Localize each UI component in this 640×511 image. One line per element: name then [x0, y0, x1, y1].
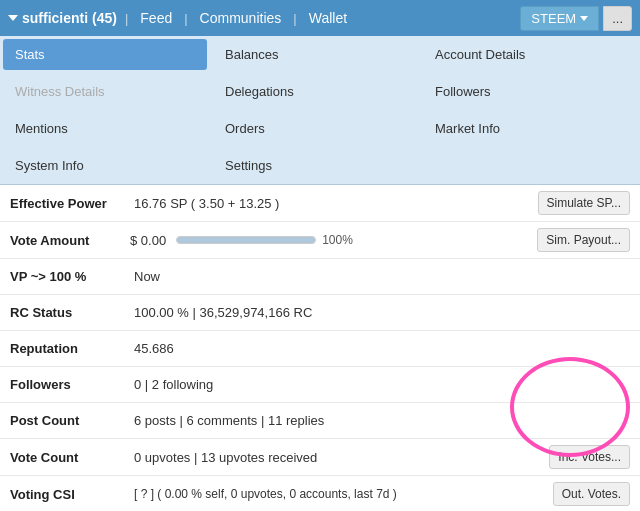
menu-item-system-info[interactable]: System Info — [0, 147, 210, 184]
out-votes-button[interactable]: Out. Votes. — [553, 482, 630, 506]
inc-votes-button[interactable]: Inc. Votes... — [549, 445, 630, 469]
stat-row-reputation: Reputation 45.686 — [0, 331, 640, 367]
stat-label-reputation: Reputation — [0, 341, 130, 356]
top-nav: sufficienti (45) | Feed | Communities | … — [0, 0, 640, 36]
stat-label-vp: VP ~> 100 % — [0, 269, 130, 284]
nav-brand-label: sufficienti (45) — [22, 10, 117, 26]
nav-brand: sufficienti (45) — [8, 10, 117, 26]
menu-item-delegations[interactable]: Delegations — [210, 73, 420, 110]
nav-link-wallet[interactable]: Wallet — [305, 10, 351, 26]
stat-label-voting-csi: Voting CSI — [0, 487, 130, 502]
vote-progress-bar — [176, 236, 316, 244]
simulate-sp-button[interactable]: Simulate SP... — [538, 191, 630, 215]
stat-value-vote-count: 0 upvotes | 13 upvotes received — [130, 450, 549, 465]
stats-wrapper: Effective Power 16.76 SP ( 3.50 + 13.25 … — [0, 185, 640, 511]
stat-row-voting-csi: Voting CSI [ ? ] ( 0.00 % self, 0 upvote… — [0, 476, 640, 511]
stat-value-vp: Now — [130, 269, 640, 284]
stat-value-post-count: 6 posts | 6 comments | 11 replies — [130, 413, 640, 428]
menu-item-mentions[interactable]: Mentions — [0, 110, 210, 147]
nav-link-feed[interactable]: Feed — [136, 10, 176, 26]
stat-label-rc-status: RC Status — [0, 305, 130, 320]
steem-label: STEEM — [531, 11, 576, 26]
stat-label-followers: Followers — [0, 377, 130, 392]
stat-label-effective-power: Effective Power — [0, 196, 130, 211]
stat-row-vote-amount: Vote Amount $ 0.00 100% Sim. Payout... — [0, 222, 640, 259]
vote-progress-fill — [177, 237, 315, 243]
sim-payout-button[interactable]: Sim. Payout... — [537, 228, 630, 252]
vote-amount-value: $ 0.00 — [130, 233, 166, 248]
stat-row-rc-status: RC Status 100.00 % | 36,529,974,166 RC — [0, 295, 640, 331]
nav-separator-3: | — [293, 11, 296, 26]
stat-action-vote-count: Inc. Votes... — [549, 445, 630, 469]
stat-action-voting-csi: Out. Votes. — [553, 482, 630, 506]
menu-item-orders[interactable]: Orders — [210, 110, 420, 147]
menu-grid: Stats Balances Account Details Witness D… — [0, 36, 640, 185]
stat-value-effective-power: 16.76 SP ( 3.50 + 13.25 ) — [130, 196, 538, 211]
menu-item-market-info[interactable]: Market Info — [420, 110, 640, 147]
stat-row-effective-power: Effective Power 16.76 SP ( 3.50 + 13.25 … — [0, 185, 640, 222]
stat-row-vp: VP ~> 100 % Now — [0, 259, 640, 295]
nav-chevron-icon — [8, 15, 18, 21]
stat-action-vote-amount: Sim. Payout... — [537, 228, 630, 252]
stat-value-reputation: 45.686 — [130, 341, 640, 356]
menu-item-empty — [420, 147, 640, 184]
vote-percent: 100% — [322, 233, 353, 247]
menu-item-balances[interactable]: Balances — [210, 36, 420, 73]
stat-action-effective-power: Simulate SP... — [538, 191, 630, 215]
stat-row-followers: Followers 0 | 2 following — [0, 367, 640, 403]
nav-link-communities[interactable]: Communities — [196, 10, 286, 26]
stat-label-vote-amount: Vote Amount — [0, 233, 130, 248]
more-options-button[interactable]: ... — [603, 6, 632, 31]
menu-item-account-details[interactable]: Account Details — [420, 36, 640, 73]
nav-separator-1: | — [125, 11, 128, 26]
vote-bar-container: $ 0.00 100% — [130, 233, 537, 248]
menu-item-witness-details: Witness Details — [0, 73, 210, 110]
stat-value-voting-csi: [ ? ] ( 0.00 % self, 0 upvotes, 0 accoun… — [130, 487, 553, 501]
steem-arrow-icon — [580, 16, 588, 21]
menu-item-settings[interactable]: Settings — [210, 147, 420, 184]
stat-value-followers: 0 | 2 following — [130, 377, 640, 392]
menu-item-stats[interactable]: Stats — [3, 39, 207, 70]
stat-row-vote-count: Vote Count 0 upvotes | 13 upvotes receiv… — [0, 439, 640, 476]
stat-row-post-count: Post Count 6 posts | 6 comments | 11 rep… — [0, 403, 640, 439]
menu-item-followers[interactable]: Followers — [420, 73, 640, 110]
nav-separator-2: | — [184, 11, 187, 26]
stat-label-post-count: Post Count — [0, 413, 130, 428]
stat-value-rc-status: 100.00 % | 36,529,974,166 RC — [130, 305, 640, 320]
steem-dropdown-button[interactable]: STEEM — [520, 6, 599, 31]
stats-table: Effective Power 16.76 SP ( 3.50 + 13.25 … — [0, 185, 640, 511]
stat-label-vote-count: Vote Count — [0, 450, 130, 465]
